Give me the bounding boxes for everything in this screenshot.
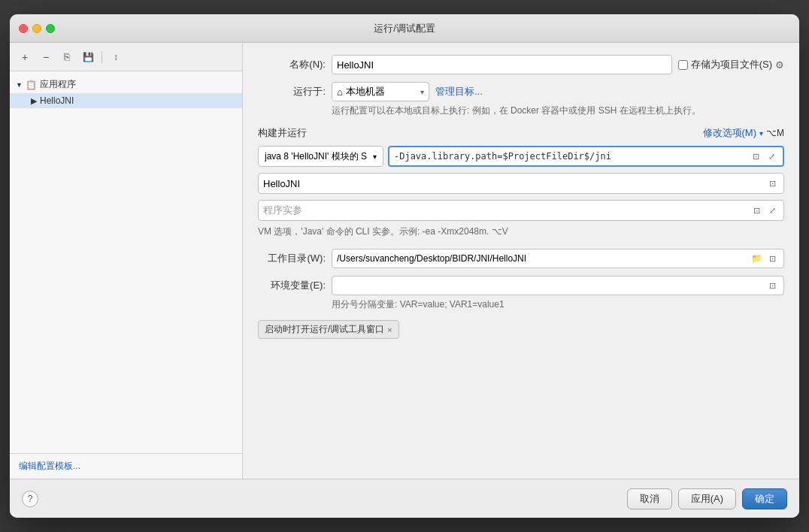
traffic-lights <box>19 24 55 33</box>
work-dir-text: /Users/suvancheng/Desktop/BIDR/JNI/Hello… <box>337 253 526 264</box>
app-group-label: 应用程序 <box>40 78 76 91</box>
ok-button[interactable]: 确定 <box>742 488 787 509</box>
java-selector-text: java 8 'HelloJNI' 模块的 S <box>265 150 367 163</box>
prog-args-expand-icon[interactable]: ⤢ <box>765 204 779 217</box>
modify-shortcut: ⌥M <box>766 128 784 138</box>
vm-input-icons: ⊡ ⤢ <box>749 150 778 163</box>
chevron-down-icon: ▾ <box>759 129 763 138</box>
edit-templates-link[interactable]: 编辑配置模板... <box>19 461 80 471</box>
help-button[interactable]: ? <box>22 491 38 507</box>
env-label: 环境变量(E): <box>258 279 326 292</box>
config-tree: ▼ 📋 应用程序 ▶ HelloJNI <box>10 71 242 453</box>
content-area: + − ⎘ 💾 ↕ ▼ 📋 应用程序 ▶ HelloJNI <box>10 43 799 479</box>
work-dir-input[interactable]: /Users/suvancheng/Desktop/BIDR/JNI/Hello… <box>332 249 784 268</box>
config-icon: ▶ <box>31 96 37 106</box>
add-config-button[interactable]: + <box>16 48 34 66</box>
sidebar-item-label: HelloJNI <box>40 95 74 106</box>
window-title: 运行/调试配置 <box>374 22 435 35</box>
work-dir-row: 工作目录(W): /Users/suvancheng/Desktop/BIDR/… <box>258 249 784 268</box>
bottom-buttons: 取消 应用(A) 确定 <box>627 488 787 509</box>
env-input[interactable]: ⊡ <box>332 276 784 295</box>
work-dir-copy-icon[interactable]: ⊡ <box>765 252 779 265</box>
sidebar-footer: 编辑配置模板... <box>10 453 242 479</box>
java-selector[interactable]: java 8 'HelloJNI' 模块的 S ▾ <box>258 146 383 167</box>
run-on-info: 运行配置可以在本地或目标上执行: 例如，在 Docker 容器中或使用 SSH … <box>258 104 784 117</box>
main-class-copy-icon[interactable]: ⊡ <box>765 177 779 190</box>
prog-args-icons: ⊡ ⤢ <box>750 204 779 217</box>
launch-tool-window-tag: 启动时打开运行/调试工具窗口 × <box>258 320 399 339</box>
main-class-text: HelloJNI <box>263 178 300 189</box>
sidebar-item-hellojni[interactable]: ▶ HelloJNI <box>10 93 242 108</box>
tag-close-button[interactable]: × <box>387 325 392 334</box>
main-class-icons: ⊡ <box>765 177 779 190</box>
build-run-header: 构建并运行 修改选项(M) ▾ ⌥M <box>258 126 784 140</box>
prog-args-placeholder: 程序实参 <box>263 204 302 217</box>
remove-config-button[interactable]: − <box>37 48 55 66</box>
toolbar-separator <box>102 51 102 63</box>
collapse-icon: ▼ <box>16 81 23 89</box>
chevron-down-icon: ▾ <box>373 153 377 161</box>
name-row: 名称(N): 存储为项目文件(S) ⚙ <box>258 55 784 74</box>
main-class-input[interactable]: HelloJNI ⊡ <box>258 173 784 194</box>
app-group-header[interactable]: ▼ 📋 应用程序 <box>10 76 242 93</box>
vm-copy-icon[interactable]: ⊡ <box>749 150 762 163</box>
name-input[interactable] <box>332 55 672 74</box>
tag-label: 启动时打开运行/调试工具窗口 <box>265 323 384 336</box>
maximize-button[interactable] <box>46 24 55 33</box>
bottom-bar: ? 取消 应用(A) 确定 <box>10 479 799 518</box>
run-on-label: 运行于: <box>258 85 326 98</box>
minimize-button[interactable] <box>32 24 41 33</box>
work-dir-icons: 📁 ⊡ <box>750 252 779 265</box>
titlebar: 运行/调试配置 <box>10 14 799 43</box>
close-button[interactable] <box>19 24 28 33</box>
vm-options-text: -Djava.library.path=$ProjectFileDir$/jni <box>394 151 746 162</box>
modify-options-btn[interactable]: 修改选项(M) ▾ ⌥M <box>703 126 785 140</box>
env-hint: 用分号分隔变量: VAR=value; VAR1=value1 <box>258 298 784 311</box>
modify-options-label: 修改选项(M) <box>703 126 757 140</box>
run-on-value: 本地机器 <box>346 85 385 98</box>
chevron-down-icon: ▾ <box>420 88 424 96</box>
prog-args-input[interactable]: 程序实参 ⊡ ⤢ <box>258 200 784 221</box>
sidebar-toolbar: + − ⎘ 💾 ↕ <box>10 43 242 71</box>
tags-row: 启动时打开运行/调试工具窗口 × <box>258 320 784 339</box>
main-class-row: HelloJNI ⊡ <box>258 173 784 194</box>
sort-button[interactable]: ↕ <box>107 48 125 66</box>
prog-args-copy-icon[interactable]: ⊡ <box>750 204 763 217</box>
name-label: 名称(N): <box>258 58 326 71</box>
app-group-icon: 📋 <box>26 80 37 90</box>
app-group: ▼ 📋 应用程序 ▶ HelloJNI <box>10 74 242 110</box>
manage-targets-link[interactable]: 管理目标... <box>435 85 483 98</box>
build-run-row: java 8 'HelloJNI' 模块的 S ▾ -Djava.library… <box>258 146 784 167</box>
env-copy-icon[interactable]: ⊡ <box>765 279 779 292</box>
build-run-title: 构建并运行 <box>258 126 307 140</box>
main-panel: 名称(N): 存储为项目文件(S) ⚙ 运行于: ⌂ 本地机器 ▾ 管理目标..… <box>243 43 799 479</box>
save-config-button[interactable]: 💾 <box>79 48 97 66</box>
run-on-select[interactable]: ⌂ 本地机器 ▾ <box>332 82 429 101</box>
store-checkbox-label: 存储为项目文件(S) ⚙ <box>678 58 784 71</box>
cancel-button[interactable]: 取消 <box>627 488 672 509</box>
sidebar: + − ⎘ 💾 ↕ ▼ 📋 应用程序 ▶ HelloJNI <box>10 43 243 479</box>
vm-expand-icon[interactable]: ⤢ <box>765 150 778 163</box>
prog-args-row: 程序实参 ⊡ ⤢ <box>258 200 784 221</box>
house-icon: ⌂ <box>337 86 343 98</box>
work-dir-label: 工作目录(W): <box>258 252 326 265</box>
run-on-row: 运行于: ⌂ 本地机器 ▾ 管理目标... <box>258 82 784 101</box>
store-label: 存储为项目文件(S) <box>691 58 772 71</box>
vm-options-field[interactable]: -Djava.library.path=$ProjectFileDir$/jni… <box>388 146 784 167</box>
copy-config-button[interactable]: ⎘ <box>58 48 76 66</box>
vm-hint: VM 选项，'Java' 命令的 CLI 实参。示例: -ea -Xmx2048… <box>258 225 784 238</box>
gear-icon[interactable]: ⚙ <box>775 59 784 71</box>
store-checkbox[interactable] <box>678 60 688 70</box>
env-row: 环境变量(E): ⊡ <box>258 276 784 295</box>
apply-button[interactable]: 应用(A) <box>678 488 736 509</box>
work-dir-folder-icon[interactable]: 📁 <box>750 252 763 265</box>
